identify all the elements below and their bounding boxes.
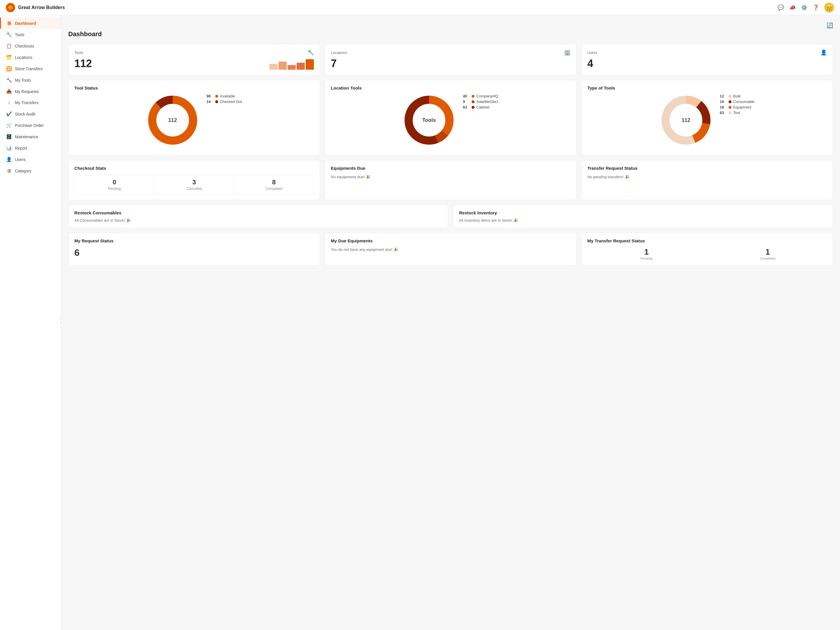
locations-stat-card: Locations 🏢 7 (325, 44, 576, 75)
my-due-equipments-card: My Due Equipments You do not have any eq… (325, 233, 576, 266)
available-dot (215, 95, 218, 98)
sidebar-item-stock-audit[interactable]: ✔️ Stock Audit (0, 108, 61, 120)
type-of-tools-legend: 12 Bulk 19 Consumable 18 Equipmen (720, 94, 755, 115)
sidebar-item-my-requests[interactable]: 📥 My Requests (0, 86, 61, 97)
chart-row: Tool Status 112 98 (68, 80, 833, 155)
my-request-value: 6 (74, 247, 314, 258)
checkout-cancelled-label: Cancelled (156, 187, 231, 191)
announcement-icon[interactable]: 📣 (789, 5, 796, 11)
sidebar-label-maintenance: Maintenance (15, 134, 38, 139)
sidebar-label-dashboard: Dashboard (15, 21, 36, 26)
tool-dot (729, 111, 731, 114)
chat-icon[interactable]: 💬 (778, 5, 784, 11)
topbar: 🔶 Great Arrow Builders 💬 📣 ⚙️ ❓ 👷 (0, 0, 840, 15)
sidebar-item-tools[interactable]: 🔧 Tools (0, 29, 61, 40)
equipments-due-message: No equipments due! 🎉 (331, 175, 570, 179)
avatar[interactable]: 👷 (824, 3, 834, 13)
my-request-status-card: My Request Status 6 (68, 233, 320, 266)
my-transfer-pending-label: Pending (587, 257, 706, 260)
type-of-tools-card: Type of Tools 112 (581, 80, 833, 155)
category-icon: ⊞ (6, 168, 12, 174)
my-due-equipments-message: You do not have any equipment due! 🎉 (331, 247, 570, 252)
refresh-button[interactable]: 🔄 (827, 22, 833, 28)
purchase-order-icon: 🛒 (6, 123, 12, 128)
stats-row: Checkout Stats 0 Pending 3 Cancelled 8 C… (68, 160, 833, 200)
type-of-tools-donut: 112 (660, 94, 712, 147)
sidebar-item-locations[interactable]: 🗂️ Locations (0, 52, 61, 63)
tools-stat-card: Tools 🔧 112 (68, 44, 320, 75)
my-requests-icon: 📥 (6, 88, 12, 94)
sidebar-item-dashboard[interactable]: ⊞ Dashboard (0, 17, 61, 29)
my-transfer-completed-value: 1 (709, 247, 827, 257)
my-tools-icon: 🔨 (6, 77, 12, 83)
sidebar-label-store-transfers: Store Transfers (15, 66, 43, 71)
tool-status-legend: 98 Available 14 Checked Out (207, 94, 242, 104)
sidebar-item-users[interactable]: 👤 Users (0, 154, 61, 165)
sidebar-label-purchase-order: Purchase Order (15, 123, 44, 128)
sidebar-item-my-transfers[interactable]: ↕️ My Transfers (0, 97, 61, 108)
logo-icon: 🔶 (6, 3, 15, 12)
restock-row: Restock Consumables All Consumables are … (68, 205, 833, 228)
tools-stat-icon: 🔧 (308, 49, 314, 56)
checkout-cancelled-value: 3 (156, 178, 231, 186)
type-of-tools-title: Type of Tools (587, 85, 827, 90)
main-content: 🔄 Dashboard Tools 🔧 112 (61, 15, 840, 630)
tools-stat-label: Tools (74, 51, 83, 55)
satellitesite-dot (472, 100, 475, 103)
companyhq-dot (472, 95, 475, 98)
main-layout: ⊞ Dashboard 🔧 Tools 📋 Checkouts 🗂️ Locat… (0, 15, 840, 630)
locations-stat-value: 7 (331, 57, 570, 70)
maintenance-icon: 🗄️ (6, 134, 12, 139)
stat-cards-row: Tools 🔧 112 Locations 🏢 (68, 44, 833, 75)
settings-icon[interactable]: ⚙️ (801, 5, 807, 11)
sidebar-item-category[interactable]: ⊞ Category (0, 165, 61, 177)
sidebar-label-my-requests: My Requests (15, 89, 39, 94)
users-stat-icon: 👤 (821, 49, 827, 56)
my-transfer-stats-grid: 1 Pending 1 Completed (587, 247, 827, 260)
sidebar-item-checkouts[interactable]: 📋 Checkouts (0, 40, 61, 52)
sidebar-item-my-tools[interactable]: 🔨 My Tools (0, 74, 61, 86)
checkouts-icon: 📋 (6, 43, 12, 49)
sidebar-item-report[interactable]: 📊 Report (0, 142, 61, 154)
checkout-pending: 0 Pending (75, 175, 154, 194)
restock-consumables-card: Restock Consumables All Consumables are … (68, 205, 448, 228)
sidebar-nav: ⊞ Dashboard 🔧 Tools 📋 Checkouts 🗂️ Locat… (0, 15, 61, 179)
restock-inventory-title: Restock Inventory (459, 210, 827, 215)
help-icon[interactable]: ❓ (813, 5, 819, 11)
users-icon: 👤 (6, 156, 12, 162)
my-transfer-title: My Transfer Request Status (587, 238, 827, 243)
transfer-request-status-card: Transfer Request Status No pending trans… (581, 160, 833, 200)
sidebar-item-store-transfers[interactable]: 🔀 Store Transfers (0, 63, 61, 74)
location-tools-title: Location Tools (331, 85, 570, 90)
legend-item: 14 Checked Out (207, 99, 242, 104)
restock-inventory-card: Restock Inventory All Inventory Items ar… (453, 205, 833, 228)
sidebar-item-purchase-order[interactable]: 🛒 Purchase Order (0, 120, 61, 131)
restock-consumables-message: All Consumables are in Stock! 🎉 (74, 218, 442, 223)
consumable-dot (729, 100, 731, 103)
checkedout-dot (215, 100, 218, 103)
sidebar-label-category: Category (15, 169, 32, 173)
checkout-stats-grid: 0 Pending 3 Cancelled 8 Completed (74, 175, 314, 194)
tools-icon: 🔧 (6, 32, 12, 37)
transfer-request-title: Transfer Request Status (587, 166, 827, 171)
sidebar-collapse-button[interactable]: ‹ (57, 319, 61, 327)
topbar-left: 🔶 Great Arrow Builders (6, 3, 65, 12)
sidebar-item-maintenance[interactable]: 🗄️ Maintenance (0, 131, 61, 142)
my-transfer-pending-value: 1 (587, 247, 706, 257)
store-transfers-icon: 🔀 (6, 66, 12, 71)
locations-stat-label: Locations (331, 51, 347, 55)
locations-stat-icon: 🏢 (564, 49, 570, 56)
stock-audit-icon: ✔️ (6, 111, 12, 117)
equipments-due-card: Equipments Due No equipments due! 🎉 (325, 160, 576, 200)
sidebar-label-users: Users (15, 157, 26, 162)
checkout-completed-label: Completed (237, 187, 311, 191)
dashboard-icon: ⊞ (6, 21, 12, 26)
my-request-title: My Request Status (74, 238, 314, 243)
my-transfer-completed: 1 Completed (709, 247, 827, 260)
checkout-completed: 8 Completed (234, 175, 314, 194)
tool-status-donut: 112 (147, 94, 199, 147)
sidebar-label-locations: Locations (15, 55, 32, 60)
refresh-row: 🔄 (68, 22, 833, 28)
my-transfer-pending: 1 Pending (587, 247, 706, 260)
location-tools-card: Location Tools Tools (325, 80, 576, 155)
